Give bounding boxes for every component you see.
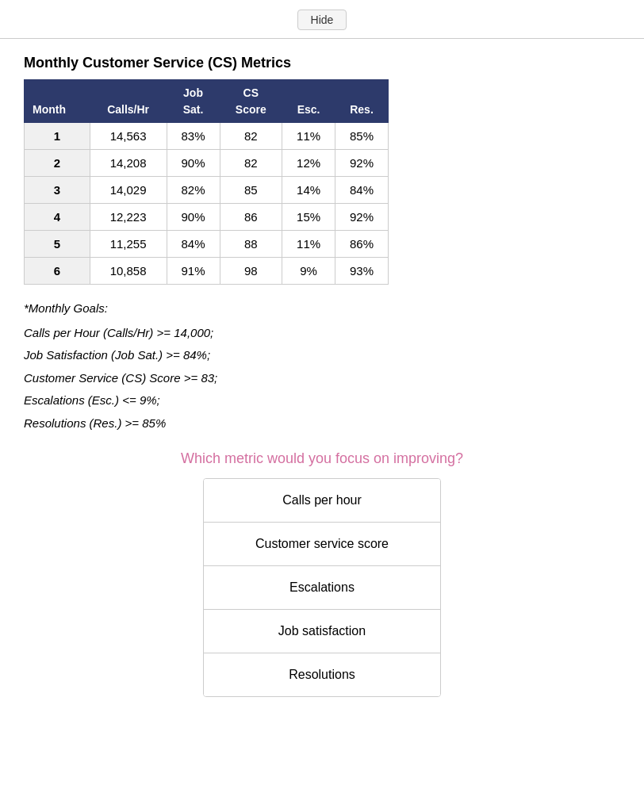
question-section: Which metric would you focus on improvin… xyxy=(24,450,620,697)
option-item-2[interactable]: Escalations xyxy=(204,566,440,610)
metrics-table: MonthCalls/HrJobCSEsc.Res.Sat.Score 114,… xyxy=(24,79,389,285)
table-cell: 14,563 xyxy=(90,123,167,150)
col-header-score: Score xyxy=(220,102,282,123)
table-row: 412,22390%8615%92% xyxy=(25,204,389,231)
table-cell: 14% xyxy=(282,177,335,204)
col-header-sat: Sat. xyxy=(167,102,220,123)
table-cell: 83% xyxy=(167,123,220,150)
option-item-0[interactable]: Calls per hour xyxy=(204,479,440,523)
table-row: 610,85891%989%93% xyxy=(25,258,389,285)
table-row: 214,20890%8212%92% xyxy=(25,150,389,177)
table-cell: 84% xyxy=(335,177,389,204)
table-cell: 14,029 xyxy=(90,177,167,204)
table-cell: 85% xyxy=(335,123,389,150)
option-item-3[interactable]: Job satisfaction xyxy=(204,610,440,653)
table-cell: 5 xyxy=(25,231,90,258)
option-item-1[interactable]: Customer service score xyxy=(204,523,440,566)
table-cell: 82 xyxy=(220,123,282,150)
table-cell: 15% xyxy=(282,204,335,231)
goal-item-4: Resolutions (Res.) >= 85% xyxy=(24,412,620,435)
table-cell: 12% xyxy=(282,150,335,177)
table-cell: 1 xyxy=(25,123,90,150)
table-row: 511,25584%8811%86% xyxy=(25,231,389,258)
table-cell: 91% xyxy=(167,258,220,285)
table-cell: 14,208 xyxy=(90,150,167,177)
table-cell: 12,223 xyxy=(90,204,167,231)
table-cell: 82% xyxy=(167,177,220,204)
table-cell: 11,255 xyxy=(90,231,167,258)
table-row: 114,56383%8211%85% xyxy=(25,123,389,150)
question-text: Which metric would you focus on improvin… xyxy=(181,450,463,467)
col-header-esc: Esc. xyxy=(282,80,335,123)
table-cell: 10,858 xyxy=(90,258,167,285)
col-header-calls: Calls/Hr xyxy=(90,80,167,123)
table-cell: 11% xyxy=(282,231,335,258)
table-cell: 11% xyxy=(282,123,335,150)
table-cell: 6 xyxy=(25,258,90,285)
goal-item-1: Job Satisfaction (Job Sat.) >= 84%; xyxy=(24,344,620,367)
table-cell: 88 xyxy=(220,231,282,258)
table-title: Monthly Customer Service (CS) Metrics xyxy=(24,55,620,71)
goals-header: *Monthly Goals: xyxy=(24,297,620,320)
col-header-job: Job xyxy=(167,80,220,102)
table-cell: 84% xyxy=(167,231,220,258)
goals-section: *Monthly Goals: Calls per Hour (Calls/Hr… xyxy=(24,297,620,435)
table-cell: 86% xyxy=(335,231,389,258)
table-cell: 2 xyxy=(25,150,90,177)
table-cell: 90% xyxy=(167,150,220,177)
table-cell: 90% xyxy=(167,204,220,231)
goal-item-3: Escalations (Esc.) <= 9%; xyxy=(24,389,620,412)
table-cell: 82 xyxy=(220,150,282,177)
col-header-month: Month xyxy=(25,80,90,123)
goal-item-2: Customer Service (CS) Score >= 83; xyxy=(24,367,620,390)
table-row: 314,02982%8514%84% xyxy=(25,177,389,204)
goal-item-0: Calls per Hour (Calls/Hr) >= 14,000; xyxy=(24,322,620,345)
table-cell: 93% xyxy=(335,258,389,285)
table-cell: 92% xyxy=(335,204,389,231)
hide-button[interactable]: Hide xyxy=(297,10,347,30)
table-cell: 86 xyxy=(220,204,282,231)
col-header-cs: CS xyxy=(220,80,282,102)
table-cell: 9% xyxy=(282,258,335,285)
table-cell: 92% xyxy=(335,150,389,177)
table-cell: 85 xyxy=(220,177,282,204)
table-cell: 3 xyxy=(25,177,90,204)
col-header-res: Res. xyxy=(335,80,389,123)
option-item-4[interactable]: Resolutions xyxy=(204,653,440,696)
table-cell: 98 xyxy=(220,258,282,285)
table-cell: 4 xyxy=(25,204,90,231)
options-container: Calls per hourCustomer service scoreEsca… xyxy=(203,478,441,697)
